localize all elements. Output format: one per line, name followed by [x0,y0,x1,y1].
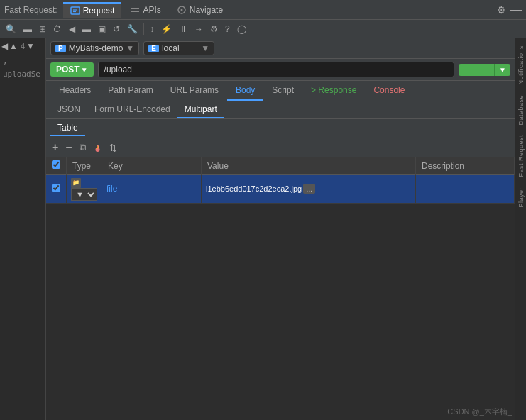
tab-request[interactable]: Request [63,2,122,18]
toolbar-right: ⚙ — [497,4,522,16]
row-type-cell: 📁 ▼ [67,175,102,204]
remove-param-button[interactable]: − [62,140,75,155]
tab-script[interactable]: Script [263,81,302,101]
tab-response[interactable]: > Response [302,81,365,101]
gear2-button[interactable]: ⚙ [207,23,221,35]
lightning-button[interactable]: ⚡ [158,23,175,35]
project-env-row: P MyBatis-demo ▼ E local ▼ [46,38,515,59]
browse-button[interactable]: ... [303,184,315,194]
nav-up-button[interactable]: ▲ [9,41,18,51]
sub-tabs-row: JSON Form URL-Encoded Multipart [46,101,515,119]
main-layout: ◀ ▲ 4 ▼ , uploadSe P MyBatis-demo ▼ [0,38,526,420]
copy-param-button[interactable]: ⧉ [77,140,89,155]
fire-icon [93,143,102,153]
col-value: Value [202,158,416,175]
send-group: ▼ [459,64,510,76]
tab-apis-label: APIs [143,5,160,15]
project-selector[interactable]: P MyBatis-demo ▼ [50,41,139,55]
env-arrow: ▼ [201,43,209,53]
value-wrap: l1ebb6edd017c2d2eca2.jpg ... [206,184,411,194]
row-key: file [106,184,117,194]
tab-apis[interactable]: APIs [123,2,168,17]
tab-body[interactable]: Body [227,81,263,101]
sub-tab-multipart[interactable]: Multipart [177,101,224,118]
sort-button[interactable]: ⇅ [106,141,120,155]
tab-navigate-label: Navigate [190,5,223,15]
wrench-button[interactable]: 🔧 [124,23,141,35]
env-selector[interactable]: E local ▼ [143,41,214,55]
apis-icon [130,5,140,15]
code-line-1: , uploadSe [3,55,43,81]
row-key-cell: file [102,175,202,204]
circle-button[interactable]: ◯ [234,23,249,35]
pause-button[interactable]: ⏸ [176,23,190,35]
request-icon [70,6,80,16]
delete-all-button[interactable] [90,142,105,154]
select-all-checkbox[interactable] [52,160,60,169]
type-dropdown[interactable]: ▼ [71,188,97,201]
table-view-tab[interactable]: Table [50,121,85,136]
table-row[interactable]: 📁 ▼ file l1ebb6edd017c2d2eca2.jpg [46,175,515,204]
row-check-cell [46,175,67,204]
top-toolbar: Fast Request: Request APIs [0,0,526,20]
table-view-header: Table [46,119,515,138]
timer-button[interactable]: ⏱ [50,23,65,35]
url-input[interactable] [98,62,455,77]
method-button[interactable]: POST ▼ [50,62,94,77]
sidebar-tab-notifications[interactable]: Notifications [516,41,526,89]
send-dropdown-button[interactable]: ▼ [494,64,510,76]
method-url-row: POST ▼ ▼ [46,59,515,81]
settings-button[interactable]: ⚙ [497,4,506,16]
navigate-icon [177,5,187,15]
svg-rect-0 [71,7,80,14]
refresh-button[interactable]: ↺ [110,23,123,35]
tool7-button[interactable]: ▣ [95,23,109,35]
sidebar-tab-fast-request[interactable]: Fast Request [516,131,526,182]
search-button[interactable]: 🔍 [3,23,19,35]
tab-navigate[interactable]: Navigate [170,2,230,17]
nav-down-button[interactable]: ▼ [26,41,35,51]
row-value-cell: l1ebb6edd017c2d2eca2.jpg ... [202,175,416,204]
row-checkbox[interactable] [52,184,60,192]
row-desc-cell[interactable] [415,175,514,204]
minimize-button[interactable]: — [510,4,522,16]
env-badge: E [148,45,159,52]
tool6-button[interactable]: ▬ [80,23,94,35]
tool2-button[interactable]: ▬ [21,23,35,35]
left-editor[interactable]: , uploadSe [0,54,45,420]
icon-toolbar: 🔍 ▬ ⊞ ⏱ ◀ ▬ ▣ ↺ 🔧 ↕ ⚡ ⏸ → ⚙ ? ◯ [0,20,526,38]
swap-button[interactable]: ↕ [147,23,157,35]
send-button[interactable] [459,64,494,76]
right-sidebar: Notifications Database Fast Request Play… [515,38,526,420]
toolbar-separator [143,23,144,35]
sub-tab-json[interactable]: JSON [50,101,87,118]
col-key: Key [102,158,202,175]
method-label: POST [56,65,80,74]
project-badge: P [55,45,66,52]
method-group: POST ▼ [50,62,94,77]
project-name: MyBatis-demo [69,43,124,53]
run-left-button[interactable]: ◀ [66,23,78,35]
add-param-button[interactable]: + [49,140,61,155]
tab-console[interactable]: Console [365,81,413,101]
sidebar-tab-player[interactable]: Player [516,183,526,212]
tab-url-params[interactable]: URL Params [162,81,227,101]
arrow-button[interactable]: → [192,23,206,35]
col-type: Type [67,158,102,175]
tab-path-param[interactable]: Path Param [99,81,161,101]
svg-point-6 [180,9,182,11]
watermark: CSDN @_木字楠_ [447,407,512,417]
sub-tab-form-url-encoded[interactable]: Form URL-Encoded [87,101,177,118]
row-value: l1ebb6edd017c2d2eca2.jpg [206,184,302,193]
tab-headers[interactable]: Headers [50,81,99,101]
sidebar-tab-database[interactable]: Database [516,91,526,130]
grid-button[interactable]: ⊞ [36,23,49,35]
table-header-row: Type Key Value Description [46,158,515,175]
method-arrow: ▼ [81,66,88,74]
nav-left-button[interactable]: ◀ [1,41,8,51]
line-number-4: 4 [19,42,25,50]
tab-request-label: Request [83,6,115,16]
request-tabs-row: Headers Path Param URL Params Body Scrip… [46,81,515,101]
col-check [46,158,67,175]
help-button[interactable]: ? [222,23,233,35]
